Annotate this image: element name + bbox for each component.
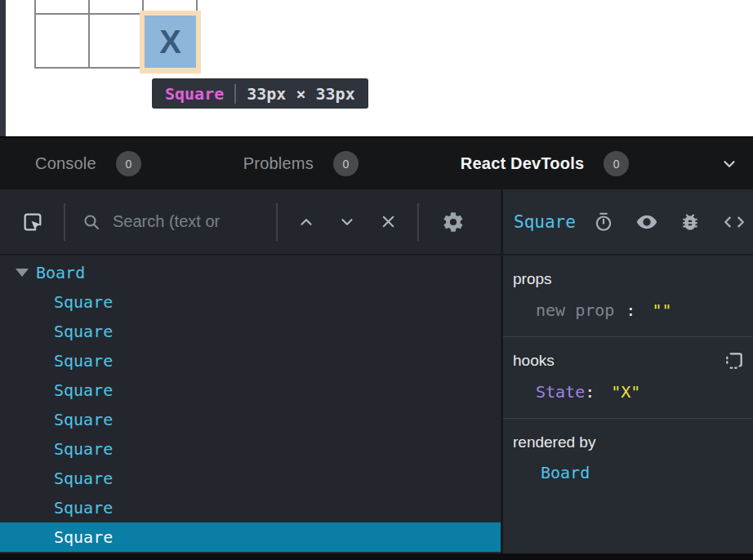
hook-state-row: State : "X" — [536, 382, 743, 402]
log-bug-icon[interactable] — [679, 211, 701, 233]
tab-react-devtools[interactable]: React DevTools 0 — [461, 151, 629, 176]
suspense-stopwatch-icon[interactable] — [593, 211, 614, 233]
rendered-by-owner-link[interactable]: Board — [541, 463, 590, 482]
parse-hook-names-icon[interactable] — [724, 350, 745, 371]
chevron-down-icon[interactable] — [720, 155, 738, 173]
props-section: props new prop : "" — [503, 256, 753, 337]
toolbar-divider — [276, 203, 278, 241]
tab-problems-label: Problems — [243, 154, 314, 173]
inspector-header: Square — [503, 189, 753, 256]
tree-node-label: Square — [54, 439, 113, 459]
tree-node-square[interactable]: Square — [0, 317, 501, 346]
tree-node-square[interactable]: Square — [0, 376, 501, 405]
tab-react-devtools-badge: 0 — [604, 151, 629, 176]
tab-console[interactable]: Console 0 — [35, 151, 141, 176]
rendered-by-title: rendered by — [513, 433, 743, 451]
chevron-down-icon[interactable] — [338, 213, 356, 231]
tree-node-label: Square — [54, 527, 113, 547]
board-cell[interactable] — [35, 14, 89, 68]
hook-state-value[interactable]: "X" — [611, 382, 640, 402]
tree-node-label: Square — [54, 380, 113, 400]
tree-node-label: Board — [36, 263, 85, 282]
tree-node-square[interactable]: Square — [0, 346, 501, 376]
components-tree-pane: Board Square Square Square Square Square… — [0, 189, 501, 553]
view-source-code-icon[interactable] — [722, 211, 746, 233]
board-cell[interactable] — [35, 0, 89, 14]
search-input[interactable] — [113, 212, 276, 231]
hook-name-label: State — [536, 382, 585, 402]
key-value-separator: : — [626, 300, 635, 320]
tree-node-label: Square — [54, 498, 113, 518]
tree-node-square[interactable]: Square — [0, 464, 501, 493]
inspector-header-icons — [593, 211, 746, 233]
search-icon — [82, 212, 101, 232]
board-cell[interactable] — [89, 0, 143, 14]
clear-search-icon[interactable] — [379, 212, 398, 231]
tooltip-dimensions: 33px × 33px — [247, 84, 354, 104]
board-cell[interactable] — [89, 14, 143, 68]
components-tree: Board Square Square Square Square Square… — [0, 256, 501, 552]
tab-console-badge: 0 — [116, 151, 141, 176]
window-edge — [0, 0, 6, 136]
expander-triangle-icon[interactable] — [16, 269, 29, 277]
tree-node-label: Square — [54, 351, 113, 371]
tree-node-square[interactable]: Square — [0, 405, 501, 434]
hooks-section: hooks State : "X" — [503, 337, 753, 419]
screen: X Square 33px × 33px Console 0 Problems … — [0, 0, 753, 560]
tree-node-label: Square — [54, 410, 113, 429]
props-section-title: props — [513, 270, 743, 288]
tree-node-label: Square — [54, 469, 113, 488]
new-prop-key-input[interactable]: new prop — [536, 300, 614, 320]
tree-node-square[interactable]: Square — [0, 434, 501, 464]
key-value-separator: : — [585, 382, 595, 402]
tab-problems[interactable]: Problems 0 — [243, 151, 359, 176]
devtools-tab-bar: Console 0 Problems 0 React DevTools 0 — [0, 136, 753, 189]
component-inspector-pane: Square props — [503, 189, 753, 553]
gear-icon[interactable] — [442, 211, 465, 233]
tree-node-square[interactable]: Square — [0, 287, 501, 317]
toolbar-divider — [417, 203, 419, 241]
tab-console-label: Console — [35, 154, 96, 173]
inspect-dom-eye-icon[interactable] — [635, 211, 658, 233]
new-prop-value-input[interactable]: "" — [652, 300, 671, 320]
chevron-up-icon[interactable] — [297, 213, 315, 231]
inspect-highlight-padding: X — [140, 11, 201, 73]
tooltip-component-name: Square — [165, 84, 224, 104]
props-new-entry-row: new prop : "" — [536, 300, 743, 320]
tab-react-devtools-label: React DevTools — [461, 154, 584, 173]
inspect-highlight-content: X — [145, 16, 196, 68]
inspect-element-icon[interactable] — [20, 209, 46, 235]
react-devtools-panel: Board Square Square Square Square Square… — [0, 189, 753, 560]
tree-node-board[interactable]: Board — [0, 258, 501, 287]
tree-toolbar — [0, 189, 501, 256]
search-box — [82, 212, 276, 232]
inspected-page: X Square 33px × 33px — [0, 0, 753, 136]
square-cell-value: X — [159, 25, 181, 58]
tooltip-divider — [234, 84, 236, 104]
tree-node-square[interactable]: Square — [0, 493, 501, 522]
tree-node-square-selected[interactable]: Square — [0, 522, 501, 552]
selected-component-name: Square — [514, 212, 576, 232]
tab-problems-badge: 0 — [333, 151, 359, 176]
bottom-strip — [0, 553, 753, 560]
toolbar-divider — [64, 203, 65, 241]
hooks-section-title: hooks — [513, 352, 743, 370]
rendered-by-section: rendered by Board — [503, 419, 753, 499]
search-nav-icons — [297, 212, 398, 231]
tree-node-label: Square — [54, 322, 113, 341]
tree-node-label: Square — [54, 292, 113, 312]
inspect-tooltip: Square 33px × 33px — [152, 78, 368, 109]
